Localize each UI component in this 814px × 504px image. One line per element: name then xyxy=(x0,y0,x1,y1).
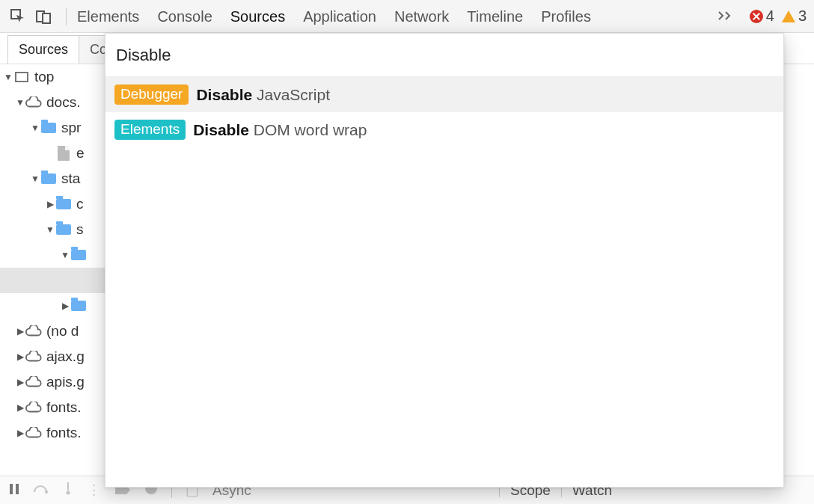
tree-row[interactable]: e xyxy=(0,141,112,166)
subtab-sources[interactable]: Sources xyxy=(7,35,79,64)
tree-row[interactable] xyxy=(0,268,112,293)
command-menu: DebuggerDisable JavaScriptElementsDisabl… xyxy=(105,33,784,488)
more-icon[interactable]: ⋮ xyxy=(87,482,101,499)
error-icon xyxy=(750,10,763,23)
disclosure-triangle-icon[interactable] xyxy=(15,326,25,336)
tree-row[interactable]: ajax.g xyxy=(0,344,112,369)
disclosure-triangle-icon[interactable] xyxy=(30,123,40,133)
command-menu-item[interactable]: DebuggerDisable JavaScript xyxy=(105,77,783,112)
inspect-element-icon[interactable] xyxy=(7,6,28,27)
disclosure-triangle-icon[interactable] xyxy=(15,377,25,387)
cloud-icon xyxy=(25,425,42,441)
disclosure-triangle-icon[interactable] xyxy=(60,301,70,311)
folder-icon xyxy=(40,120,57,136)
blank-icon xyxy=(82,272,99,289)
svg-point-6 xyxy=(67,491,70,495)
folder-icon xyxy=(55,221,72,238)
disclosure-triangle-icon[interactable] xyxy=(3,72,13,82)
warning-icon xyxy=(782,10,795,22)
tree-label: spr xyxy=(61,120,81,136)
cloud-icon xyxy=(25,374,42,390)
disclosure-triangle-icon[interactable] xyxy=(45,199,55,209)
devtools-top-toolbar: Elements Console Sources Application Net… xyxy=(0,0,814,33)
svg-point-5 xyxy=(45,491,48,494)
disclosure-triangle-icon[interactable] xyxy=(30,173,40,184)
tree-label: docs. xyxy=(46,94,80,111)
tree-label: sta xyxy=(61,170,80,187)
tree-row[interactable] xyxy=(0,293,112,319)
overflow-tabs-icon[interactable] xyxy=(718,7,735,25)
folder-icon xyxy=(70,298,87,314)
tree-row[interactable]: docs. xyxy=(0,90,112,115)
warning-count: 3 xyxy=(798,7,807,25)
folder-icon xyxy=(40,170,57,187)
error-count: 4 xyxy=(766,7,774,25)
step-over-icon[interactable] xyxy=(33,482,49,499)
tree-label: apis.g xyxy=(46,374,85,390)
tree-row[interactable]: (no d xyxy=(0,319,112,344)
tree-label: fonts. xyxy=(46,399,81,416)
tree-row[interactable]: sta xyxy=(0,166,112,191)
folder-icon xyxy=(55,196,72,212)
tab-timeline[interactable]: Timeline xyxy=(467,0,523,33)
tree-row[interactable]: apis.g xyxy=(0,369,112,395)
cloud-icon xyxy=(25,399,42,416)
svg-rect-3 xyxy=(10,484,13,494)
cloud-icon xyxy=(25,323,42,339)
disclosure-triangle-icon[interactable] xyxy=(60,250,70,260)
tree-label: ajax.g xyxy=(46,348,85,365)
tree-row[interactable]: c xyxy=(0,191,112,217)
tree-label: c xyxy=(76,196,84,212)
svg-rect-4 xyxy=(16,484,19,494)
tab-profiles[interactable]: Profiles xyxy=(541,0,591,33)
tree-label: top xyxy=(34,69,54,85)
tree-label: s xyxy=(76,221,84,238)
tree-row[interactable]: spr xyxy=(0,115,112,141)
command-menu-list: DebuggerDisable JavaScriptElementsDisabl… xyxy=(105,77,783,487)
command-menu-input-row xyxy=(105,34,783,77)
command-menu-item[interactable]: ElementsDisable DOM word wrap xyxy=(105,112,783,147)
tree-row[interactable]: fonts. xyxy=(0,420,112,446)
tab-sources[interactable]: Sources xyxy=(230,0,285,33)
tab-console[interactable]: Console xyxy=(157,0,212,33)
file-tree: topdocs.sprestacs(no dajax.gapis.gfonts.… xyxy=(0,64,112,476)
panel-tabs: Elements Console Sources Application Net… xyxy=(74,0,718,33)
step-into-icon[interactable] xyxy=(63,482,73,499)
command-label: Disable JavaScript xyxy=(196,86,330,104)
tree-label: e xyxy=(76,145,85,162)
status-counters[interactable]: 4 3 xyxy=(750,7,807,25)
disclosure-triangle-icon[interactable] xyxy=(15,351,25,362)
frame-icon xyxy=(13,69,30,85)
toolbar-separator xyxy=(66,7,67,25)
command-label: Disable DOM word wrap xyxy=(193,121,367,139)
tree-label: fonts. xyxy=(46,425,81,441)
device-toolbar-icon[interactable] xyxy=(33,6,54,27)
disclosure-triangle-icon[interactable] xyxy=(15,97,25,108)
pause-icon[interactable] xyxy=(9,482,19,499)
folder-icon xyxy=(70,247,87,263)
file-icon xyxy=(55,145,72,162)
category-badge: Debugger xyxy=(114,84,189,105)
tab-application[interactable]: Application xyxy=(303,0,376,33)
disclosure-triangle-icon[interactable] xyxy=(45,224,55,235)
svg-rect-2 xyxy=(43,13,50,23)
tree-row[interactable]: s xyxy=(0,217,112,242)
disclosure-triangle-icon[interactable] xyxy=(15,402,25,413)
category-badge: Elements xyxy=(114,120,186,140)
tree-row[interactable] xyxy=(0,242,112,268)
disclosure-triangle-icon[interactable] xyxy=(15,428,25,438)
tree-row[interactable]: top xyxy=(0,64,112,90)
tab-network[interactable]: Network xyxy=(394,0,449,33)
tab-elements[interactable]: Elements xyxy=(77,0,139,33)
cloud-icon xyxy=(25,348,42,365)
tree-label: (no d xyxy=(46,323,79,339)
cloud-icon xyxy=(25,94,42,111)
command-menu-input[interactable] xyxy=(116,46,773,65)
tree-row[interactable]: fonts. xyxy=(0,395,112,420)
